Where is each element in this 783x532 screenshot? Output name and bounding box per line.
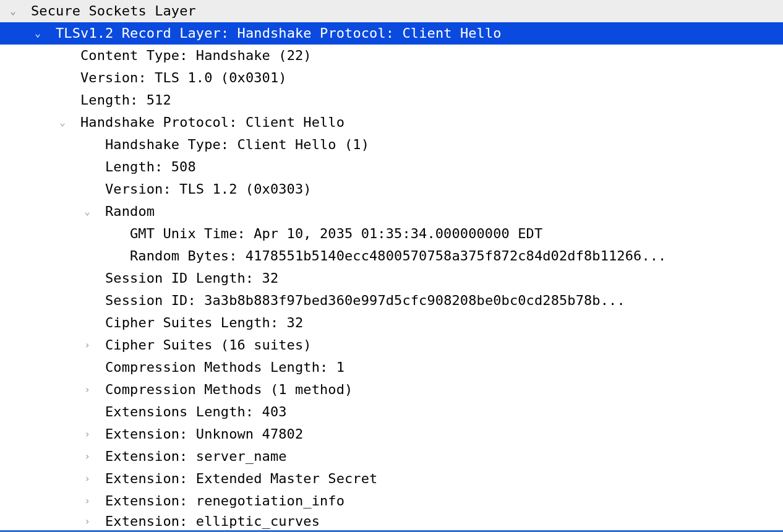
field-handshake-length: Length: 508 [105, 156, 196, 178]
chevron-right-icon[interactable]: › [83, 512, 92, 531]
tree-row-extension-ems[interactable]: › Extension: Extended Master Secret [0, 468, 783, 490]
label-extension-reneg: Extension: renegotiation_info [105, 490, 344, 512]
field-compression-length: Compression Methods Length: 1 [105, 356, 344, 379]
chevron-right-icon[interactable]: › [83, 423, 92, 445]
field-random-bytes: Random Bytes: 4178551b5140ecc4800570758a… [130, 245, 666, 267]
tree-row-record-layer[interactable]: ⌄ TLSv1.2 Record Layer: Handshake Protoc… [0, 22, 783, 45]
tree-row-record-version[interactable]: Version: TLS 1.0 (0x0301) [0, 67, 783, 89]
tree-row-extension-unknown[interactable]: › Extension: Unknown 47802 [0, 423, 783, 445]
field-content-type: Content Type: Handshake (22) [80, 45, 312, 67]
label-extension-elliptic-curves: Extension: elliptic_curves [105, 512, 320, 531]
tree-row-handshake-version[interactable]: Version: TLS 1.2 (0x0303) [0, 178, 783, 200]
tree-row-compression-methods[interactable]: › Compression Methods (1 method) [0, 379, 783, 401]
tree-row-handshake-protocol[interactable]: ⌄ Handshake Protocol: Client Hello [0, 111, 783, 134]
chevron-down-icon[interactable]: ⌄ [58, 111, 67, 134]
tree-row-compression-length[interactable]: Compression Methods Length: 1 [0, 356, 783, 379]
field-session-id-length: Session ID Length: 32 [105, 267, 278, 290]
label-cipher-suites: Cipher Suites (16 suites) [105, 334, 312, 356]
chevron-down-icon[interactable]: ⌄ [83, 200, 92, 223]
tree-row-ssl[interactable]: ⌄ Secure Sockets Layer [0, 0, 783, 22]
chevron-right-icon[interactable]: › [83, 334, 92, 356]
tree-row-extension-server-name[interactable]: › Extension: server_name [0, 445, 783, 468]
tree-row-session-id-length[interactable]: Session ID Length: 32 [0, 267, 783, 290]
field-gmt-time: GMT Unix Time: Apr 10, 2035 01:35:34.000… [130, 223, 542, 245]
field-session-id: Session ID: 3a3b8b883f97bed360e997d5cfc9… [105, 290, 625, 312]
field-record-length: Length: 512 [80, 89, 171, 111]
chevron-right-icon[interactable]: › [83, 379, 92, 401]
chevron-right-icon[interactable]: › [83, 468, 92, 490]
label-extension-server-name: Extension: server_name [105, 445, 287, 468]
tree-row-extensions-length[interactable]: Extensions Length: 403 [0, 401, 783, 423]
field-cipher-suites-length: Cipher Suites Length: 32 [105, 312, 303, 334]
tree-row-record-length[interactable]: Length: 512 [0, 89, 783, 111]
label-compression-methods: Compression Methods (1 method) [105, 379, 353, 401]
label-random: Random [105, 200, 155, 223]
label-handshake-protocol: Handshake Protocol: Client Hello [80, 111, 344, 134]
tree-row-extension-elliptic-curves[interactable]: › Extension: elliptic_curves [0, 512, 783, 531]
tree-row-cipher-suites[interactable]: › Cipher Suites (16 suites) [0, 334, 783, 356]
tree-row-gmt-time[interactable]: GMT Unix Time: Apr 10, 2035 01:35:34.000… [0, 223, 783, 245]
field-handshake-type: Handshake Type: Client Hello (1) [105, 134, 369, 156]
tree-row-random-bytes[interactable]: Random Bytes: 4178551b5140ecc4800570758a… [0, 245, 783, 267]
tree-row-content-type[interactable]: Content Type: Handshake (22) [0, 45, 783, 67]
field-extensions-length: Extensions Length: 403 [105, 401, 287, 423]
label-ssl: Secure Sockets Layer [31, 0, 196, 22]
chevron-right-icon[interactable]: › [83, 490, 92, 512]
field-record-version: Version: TLS 1.0 (0x0301) [80, 67, 287, 89]
label-extension-ems: Extension: Extended Master Secret [105, 468, 377, 490]
tree-row-random[interactable]: ⌄ Random [0, 200, 783, 223]
tree-row-handshake-type[interactable]: Handshake Type: Client Hello (1) [0, 134, 783, 156]
tree-row-extension-reneg[interactable]: › Extension: renegotiation_info [0, 490, 783, 512]
label-extension-unknown: Extension: Unknown 47802 [105, 423, 303, 445]
chevron-down-icon[interactable]: ⌄ [9, 0, 17, 22]
tree-row-session-id[interactable]: Session ID: 3a3b8b883f97bed360e997d5cfc9… [0, 290, 783, 312]
label-record-layer: TLSv1.2 Record Layer: Handshake Protocol… [56, 22, 502, 45]
field-handshake-version: Version: TLS 1.2 (0x0303) [105, 178, 312, 200]
tree-row-handshake-length[interactable]: Length: 508 [0, 156, 783, 178]
chevron-down-icon[interactable]: ⌄ [33, 22, 42, 45]
chevron-right-icon[interactable]: › [83, 445, 92, 468]
tree-row-cipher-suites-length[interactable]: Cipher Suites Length: 32 [0, 312, 783, 334]
